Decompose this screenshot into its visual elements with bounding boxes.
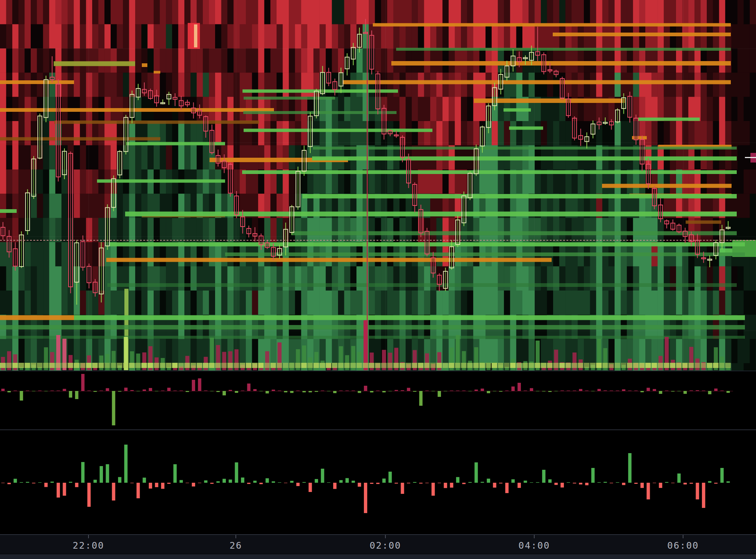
time-axis[interactable]: 22:00 26 02:00 04:00 06:00 bbox=[0, 535, 756, 554]
delta-pane-canvas[interactable] bbox=[0, 371, 756, 429]
bottom-strip bbox=[0, 554, 756, 559]
time-label-0200: 02:00 bbox=[369, 540, 401, 551]
time-axis-tick bbox=[88, 535, 89, 538]
time-label-2200: 22:00 bbox=[73, 540, 104, 551]
time-axis-tick bbox=[235, 535, 236, 538]
price-tick-line bbox=[745, 157, 756, 158]
time-label-0400: 04:00 bbox=[518, 540, 550, 551]
time-label-0600: 06:00 bbox=[667, 540, 699, 551]
cvd-pane-canvas[interactable] bbox=[0, 431, 756, 534]
pane-separator[interactable] bbox=[0, 429, 756, 430]
time-axis-tick bbox=[385, 535, 386, 538]
time-label-26: 26 bbox=[230, 540, 242, 551]
price-heatmap-pane-canvas[interactable] bbox=[0, 0, 756, 371]
time-axis-tick bbox=[534, 535, 535, 538]
time-axis-tick bbox=[683, 535, 683, 538]
trading-chart-app: 22:00 26 02:00 04:00 06:00 bbox=[0, 0, 756, 559]
